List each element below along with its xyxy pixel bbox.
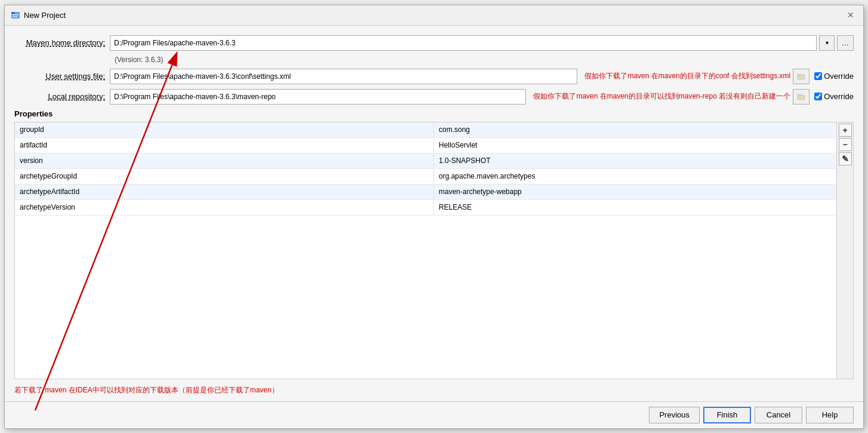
properties-section-label: Properties xyxy=(14,109,854,118)
remove-property-button[interactable]: − xyxy=(839,138,852,151)
properties-body: groupId com.song artifactId HelloServlet… xyxy=(15,122,853,379)
prop-value-cell: RELEASE xyxy=(434,200,853,215)
prop-value-cell: maven-archetype-webapp xyxy=(434,185,853,199)
maven-home-row: Maven home directory: ▾ … xyxy=(14,35,854,51)
version-text: (Version: 3.6.3) xyxy=(115,56,854,64)
table-row[interactable]: artifactId HelloServlet xyxy=(15,138,853,153)
cancel-button[interactable]: Cancel xyxy=(755,407,802,423)
local-repo-input-group: 假如你下载了maven 在maven的目录可以找到maven-repo 若没有则… xyxy=(110,89,854,105)
user-settings-override-checkbox[interactable] xyxy=(814,72,822,80)
user-settings-input-group: 假如你下载了maven 在maven的目录下的conf 会找到settings.… xyxy=(110,69,854,84)
add-property-button[interactable]: + xyxy=(839,124,852,137)
table-row[interactable]: archetypeVersion RELEASE xyxy=(15,200,853,216)
dialog-title: New Project xyxy=(24,11,66,20)
maven-home-input-group: ▾ … xyxy=(110,35,854,51)
table-row[interactable]: archetypeGroupId org.apache.maven.archet… xyxy=(15,169,853,185)
maven-home-input[interactable] xyxy=(110,35,817,51)
bottom-note: 若下载了 maven 在IDEA中可以找到对应的下载版本（前提是你已经下载了ma… xyxy=(5,379,863,401)
user-settings-input[interactable] xyxy=(110,69,577,84)
title-bar-left: New Project xyxy=(11,10,66,20)
prop-key-cell: artifactId xyxy=(15,138,434,153)
svg-rect-5 xyxy=(798,74,801,75)
footer: Previous Finish Cancel Help xyxy=(5,401,863,428)
close-button[interactable]: ✕ xyxy=(844,8,857,22)
dialog-content: Maven home directory: ▾ … (Version: 3.6.… xyxy=(5,26,863,379)
prop-value-cell: org.apache.maven.archetypes xyxy=(434,169,853,184)
user-settings-hint: 假如你下载了maven 在maven的目录下的conf 会找到settings.… xyxy=(584,71,790,81)
user-settings-row: User settings file: 假如你下载了maven 在maven的目… xyxy=(14,69,854,84)
folder-icon-2 xyxy=(797,93,805,101)
table-row[interactable]: groupId com.song xyxy=(15,122,853,138)
svg-rect-3 xyxy=(13,16,17,17)
local-repo-hint: 假如你下载了maven 在maven的目录可以找到maven-repo 若没有则… xyxy=(533,91,790,102)
help-button[interactable]: Help xyxy=(806,407,854,423)
maven-home-dropdown[interactable]: ▾ xyxy=(819,35,835,51)
prop-value-cell: com.song xyxy=(434,122,853,137)
new-project-dialog: New Project ✕ Maven home directory: ▾ … … xyxy=(4,5,864,429)
prop-key-cell: archetypeGroupId xyxy=(15,169,434,184)
user-settings-override-label: Override xyxy=(824,72,854,81)
previous-button[interactable]: Previous xyxy=(649,407,700,423)
edit-property-button[interactable]: ✎ xyxy=(839,152,852,165)
prop-key-cell: groupId xyxy=(15,122,434,137)
folder-icon xyxy=(797,72,805,81)
svg-rect-2 xyxy=(13,14,19,16)
local-repo-label: Local repository: xyxy=(14,92,110,101)
finish-button[interactable]: Finish xyxy=(703,407,751,423)
local-repo-row: Local repository: 假如你下载了maven 在maven的目录可… xyxy=(14,89,854,105)
local-repo-browse[interactable] xyxy=(793,89,809,105)
title-bar: New Project ✕ xyxy=(5,5,863,26)
user-settings-override-group: Override xyxy=(814,72,854,81)
local-repo-override-group: Override xyxy=(814,92,854,101)
properties-container: groupId com.song artifactId HelloServlet… xyxy=(14,122,854,379)
user-settings-label: User settings file: xyxy=(14,72,110,81)
table-row[interactable]: version 1.0-SNAPSHOT xyxy=(15,153,853,169)
svg-rect-1 xyxy=(11,12,15,14)
user-settings-browse[interactable] xyxy=(793,69,809,84)
side-buttons: + − ✎ xyxy=(836,122,853,379)
local-repo-input[interactable] xyxy=(110,89,526,105)
local-repo-override-checkbox[interactable] xyxy=(814,93,822,100)
table-row[interactable]: archetypeArtifactId maven-archetype-weba… xyxy=(15,185,853,200)
prop-value-cell: HelloServlet xyxy=(434,138,853,153)
prop-key-cell: archetypeArtifactId xyxy=(15,185,434,199)
prop-value-cell: 1.0-SNAPSHOT xyxy=(434,153,853,168)
local-repo-override-label: Override xyxy=(824,92,854,101)
maven-home-browse[interactable]: … xyxy=(837,35,854,51)
prop-key-cell: archetypeVersion xyxy=(15,200,434,215)
svg-rect-7 xyxy=(798,94,801,96)
prop-key-cell: version xyxy=(15,153,434,168)
maven-home-label: Maven home directory: xyxy=(14,38,110,47)
project-icon xyxy=(11,10,20,20)
